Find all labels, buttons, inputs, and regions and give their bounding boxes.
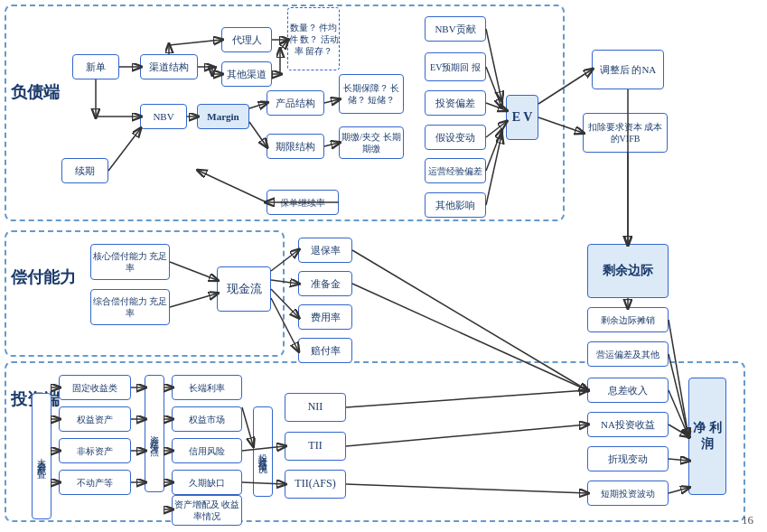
- box-jiuqi: 久期缺口: [172, 470, 242, 495]
- box-jiashe: 假设变动: [425, 125, 486, 150]
- box-budong: 不动产等: [59, 470, 131, 495]
- box-tii-afs: TII(AFS): [285, 470, 346, 499]
- box-margin: Margin: [197, 104, 249, 129]
- box-peifu: 赔付率: [298, 338, 352, 363]
- box-shengyu-bj: 剩余边际: [587, 244, 669, 298]
- box-nii: NII: [285, 393, 346, 422]
- box-quanyi-sc: 权益市场: [172, 406, 242, 432]
- box-zhunbei: 准备金: [298, 271, 352, 296]
- box-touzi-pc: 投资偏差: [425, 90, 486, 116]
- box-na-touzi: NA投资收益: [587, 412, 669, 437]
- box-baodanxulv: 保单继续率: [267, 190, 339, 215]
- box-koucheng: 扣除要求资本 成本的VIFB: [583, 113, 668, 153]
- box-duanqi: 短期投资波动: [587, 481, 669, 506]
- diagram-container: 负债端 偿付能力 投资端 新单 续期 渠道结构 代理人 其他渠道 数量？ 件均件…: [0, 0, 767, 532]
- box-qita-qudao: 其他渠道: [221, 61, 272, 87]
- box-nbv: NBV: [140, 104, 187, 129]
- box-changqi: 长期保障？ 长储？ 短储？: [339, 74, 404, 114]
- box-touzi-qk: 投 资 收 益 情 况: [253, 406, 273, 497]
- box-tiaozheng-na: 调整后 的NA: [592, 50, 664, 89]
- box-xin-dan: 新单: [72, 54, 119, 79]
- box-tii: TII: [285, 432, 346, 461]
- box-ev: E V: [506, 95, 538, 140]
- box-qudao: 渠道结构: [140, 54, 198, 79]
- box-daili: 代理人: [221, 27, 272, 52]
- box-jing-lirun: 净 利 润: [688, 378, 726, 495]
- box-shengyu-tx: 剩余边际摊销: [587, 307, 669, 332]
- box-changduan-lv: 长端利率: [172, 375, 242, 400]
- box-qixian: 期限结构: [267, 134, 324, 159]
- label-solvency: 偿付能力: [11, 266, 76, 288]
- box-nbv-gongxian: NBV贡献: [425, 16, 486, 42]
- box-yunying: 运营经验偏差: [425, 158, 486, 183]
- box-hexin: 核心偿付能力 充足率: [90, 244, 170, 280]
- label-liability: 负债端: [11, 81, 60, 103]
- box-qianjiao: 期缴/夹交 长期期缴: [339, 126, 404, 159]
- box-yingying-pc: 营运偏差及其他: [587, 341, 669, 367]
- box-guding: 固定收益类: [59, 375, 131, 400]
- box-dalei: 大 类 资 产 配 置: [32, 393, 51, 519]
- page-number: 16: [742, 513, 753, 527]
- box-xinyong: 信用风险: [172, 438, 242, 463]
- box-lixishouru: 息差收入: [587, 378, 669, 403]
- box-zhexian: 折现变动: [587, 446, 669, 471]
- box-zichan-zp: 资产增配及 收益率情况: [172, 495, 242, 526]
- box-ev-yq: EV预期回 报: [425, 52, 486, 81]
- box-quanyi-zc: 权益资产: [59, 406, 131, 432]
- box-feiyong: 费用率: [298, 304, 352, 330]
- box-qita-yx: 其他影响: [425, 192, 486, 218]
- box-xianjinliu: 现金流: [217, 266, 271, 312]
- box-xu-qi: 续期: [61, 158, 108, 183]
- box-feibiao: 非标资产: [59, 438, 131, 463]
- box-shuzi: 数量？ 件均件 数？ 活动率 留存？: [287, 7, 340, 70]
- box-chanpin: 产品结构: [267, 90, 324, 116]
- box-tuibao: 退保率: [298, 238, 352, 263]
- box-zonghe: 综合偿付能力 充足率: [90, 289, 170, 325]
- box-zichan-guanzhu: 资 产 端 关 注 点: [145, 375, 164, 492]
